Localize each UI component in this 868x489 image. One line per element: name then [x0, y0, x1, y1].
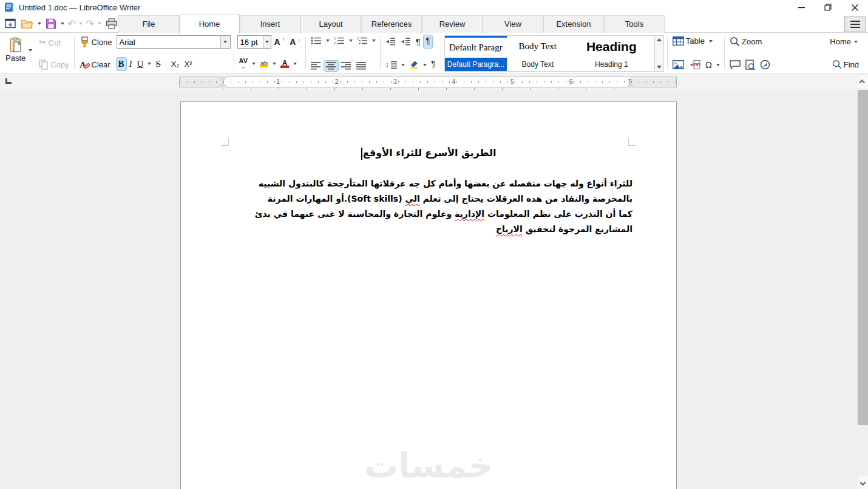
redo-icon[interactable]: ↷ [86, 18, 94, 30]
document-area[interactable]: الطريق الأسرع للثراء الأوقع للثراء أنواع… [0, 90, 858, 489]
open-button[interactable] [19, 18, 35, 30]
underline-dropdown[interactable] [147, 63, 151, 65]
table-dropdown[interactable] [709, 40, 713, 43]
paragraph-background-dropdown[interactable] [423, 64, 427, 66]
open-dropdown[interactable] [38, 22, 41, 25]
clear-formatting-button[interactable]: A Clear [78, 58, 114, 71]
font-size-input[interactable] [238, 36, 263, 47]
outline-list-button[interactable]: 1 [355, 35, 370, 46]
strikethrough-button[interactable]: S [154, 58, 162, 70]
special-character-button[interactable]: Ω [704, 58, 714, 71]
insert-table-button[interactable]: Table [671, 35, 707, 47]
align-right-button[interactable] [339, 61, 353, 71]
line-spacing-dropdown[interactable] [401, 64, 405, 66]
close-button[interactable] [841, 0, 868, 15]
comment-button[interactable] [728, 59, 742, 70]
document-body[interactable]: للثراء أنواع وله جهات منفصله عن بعضها وأ… [222, 176, 632, 237]
save-dropdown[interactable] [61, 22, 64, 25]
print-button[interactable] [104, 18, 119, 30]
formatting-marks-button[interactable]: ¶ [414, 35, 422, 48]
ltr-direction-button[interactable]: ¶← [429, 58, 438, 71]
tab-extension[interactable]: Extension [543, 15, 604, 33]
font-name-dropdown[interactable] [220, 36, 230, 48]
zoom-button[interactable]: Zoom [728, 35, 764, 48]
document-page[interactable]: الطريق الأسرع للثراء الأوقع للثراء أنواع… [180, 101, 677, 489]
align-left-button[interactable] [309, 61, 323, 71]
line-spacing-button[interactable]: ↕ [384, 60, 399, 70]
tab-layout[interactable]: Layout [300, 15, 361, 33]
outline-list-dropdown[interactable] [372, 39, 376, 42]
paragraph-background-button[interactable] [407, 59, 421, 70]
menubar-toggle-button[interactable] [4, 18, 18, 30]
grow-font-button[interactable]: A↑ [273, 36, 287, 48]
bold-button[interactable]: B [117, 58, 126, 70]
increase-indent-button[interactable] [384, 36, 398, 47]
save-button[interactable] [44, 18, 58, 30]
tab-review[interactable]: Review [422, 15, 483, 33]
minimize-button[interactable] [788, 0, 815, 15]
navigator-button[interactable] [758, 58, 772, 71]
char-spacing-button[interactable]: AV↔ [237, 56, 249, 71]
tab-tools[interactable]: Tools [604, 15, 665, 33]
gallery-scroll-down-icon[interactable] [657, 66, 662, 69]
style-default-paragraph[interactable]: Default Paragr Default Paragra... [445, 36, 507, 71]
rtl-direction-button[interactable]: ¶→ [424, 35, 432, 48]
scrollbar-thumb[interactable] [858, 90, 868, 425]
justify-button[interactable] [354, 61, 368, 71]
style-heading1[interactable]: Heading Heading 1 [569, 36, 654, 71]
paste-button[interactable]: Paste [4, 36, 27, 64]
cut-button[interactable]: ✂ Cut [37, 36, 70, 49]
decrease-indent-button[interactable] [399, 36, 413, 47]
numbered-list-button[interactable]: 1 2 [332, 35, 347, 46]
font-name-input[interactable] [117, 36, 220, 47]
left-indent-marker[interactable] [219, 83, 227, 87]
tab-references[interactable]: References [361, 15, 422, 33]
align-center-button[interactable] [324, 61, 338, 71]
find-button[interactable]: Find [830, 58, 861, 70]
bullet-list-button[interactable] [309, 35, 324, 46]
restore-button[interactable] [815, 0, 841, 15]
subscript-button[interactable]: X₂ [169, 58, 181, 70]
right-indent-marker[interactable] [626, 83, 634, 87]
underline-button[interactable]: U [135, 58, 146, 70]
first-line-indent-marker[interactable] [219, 77, 227, 81]
superscript-button[interactable]: X² [183, 58, 194, 70]
special-character-dropdown[interactable] [716, 64, 720, 66]
insert-image-button[interactable] [671, 59, 686, 70]
bullet-list-dropdown[interactable] [326, 39, 330, 42]
redo-dropdown[interactable] [98, 22, 101, 25]
menu-button[interactable] [844, 16, 866, 32]
italic-button[interactable]: I [127, 58, 134, 70]
scroll-down-button[interactable] [858, 476, 868, 489]
align-left-icon [311, 62, 321, 70]
highlight-dropdown[interactable] [273, 63, 276, 65]
page-break-button[interactable] [687, 59, 702, 70]
document-title[interactable]: الطريق الأسرع للثراء الأوقع [181, 147, 676, 160]
font-color-button[interactable]: A [279, 58, 291, 69]
font-size-dropdown[interactable] [263, 36, 271, 48]
tab-file[interactable]: File [118, 15, 179, 33]
undo-dropdown[interactable] [79, 22, 83, 25]
vertical-scrollbar[interactable] [858, 74, 868, 489]
highlight-color-button[interactable]: ab [258, 59, 270, 69]
char-spacing-dropdown[interactable] [252, 63, 256, 65]
font-color-dropdown[interactable] [293, 63, 297, 65]
copy-button[interactable]: Copy [37, 58, 70, 71]
undo-icon[interactable]: ↶ [67, 18, 76, 30]
document-title-text: الطريق الأسرع للثراء الأوقع [363, 147, 497, 159]
gallery-scroll-up-icon[interactable] [657, 38, 662, 41]
tab-home[interactable]: Home [179, 15, 240, 33]
style-body-text[interactable]: Body Text Body Text [507, 36, 569, 71]
horizontal-ruler[interactable]: 1234567 [179, 77, 677, 87]
print-preview-button[interactable] [744, 58, 757, 71]
tab-stop-selector[interactable] [5, 78, 12, 84]
shrink-font-button[interactable]: A↓ [288, 36, 302, 48]
tab-view[interactable]: View [483, 15, 543, 33]
numbered-list-dropdown[interactable] [349, 39, 353, 42]
paste-dropdown[interactable] [29, 49, 32, 52]
paste-label: Paste [5, 53, 25, 63]
tab-insert[interactable]: Insert [240, 15, 300, 33]
home-menu-button[interactable]: Home [828, 36, 861, 47]
clone-formatting-button[interactable]: Clone [78, 35, 114, 49]
scroll-up-button[interactable] [858, 75, 868, 88]
